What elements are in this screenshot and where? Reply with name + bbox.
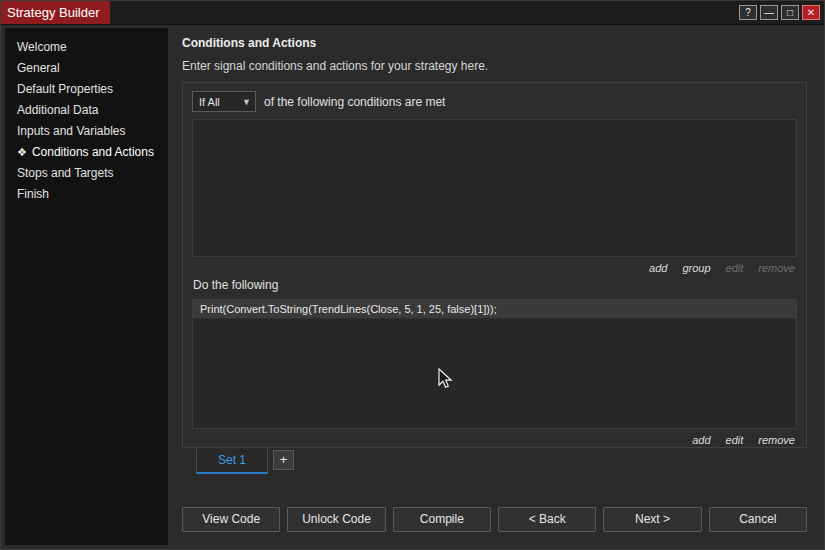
actions-label: Do the following (193, 278, 797, 295)
back-button[interactable]: < Back (498, 507, 596, 532)
conditions-list[interactable] (192, 119, 797, 257)
sidebar-item-default-properties[interactable]: Default Properties (5, 79, 168, 100)
sidebar-item-label: Welcome (17, 40, 67, 54)
tab-set-1[interactable]: Set 1 (196, 449, 268, 474)
sidebar-item-label: Finish (17, 187, 49, 201)
conditions-remove-link: remove (758, 262, 795, 274)
sidebar-item-stops-targets[interactable]: Stops and Targets (5, 163, 168, 184)
compile-button[interactable]: Compile (393, 507, 491, 532)
sidebar-item-inputs-variables[interactable]: Inputs and Variables (5, 121, 168, 142)
window-body: Welcome General Default Properties Addit… (5, 28, 820, 545)
sidebar-item-general[interactable]: General (5, 58, 168, 79)
window-title: Strategy Builder (1, 1, 110, 24)
sidebar-item-label: Inputs and Variables (17, 124, 126, 138)
sidebar-item-welcome[interactable]: Welcome (5, 37, 168, 58)
sidebar: Welcome General Default Properties Addit… (5, 28, 168, 545)
action-row[interactable]: Print(Convert.ToString(TrendLines(Close,… (193, 300, 796, 319)
main-content: Conditions and Actions Enter signal cond… (168, 28, 820, 545)
bottom-button-row: View Code Unlock Code Compile < Back Nex… (182, 507, 807, 532)
actions-add-link[interactable]: add (692, 434, 710, 446)
page-title: Conditions and Actions (182, 36, 807, 50)
maximize-button[interactable]: □ (781, 5, 799, 20)
strategy-builder-window: Strategy Builder ? — □ ✕ Welcome General… (0, 0, 825, 550)
sidebar-item-label: Conditions and Actions (32, 145, 154, 159)
conditions-add-link[interactable]: add (649, 262, 667, 274)
sidebar-item-label: Additional Data (17, 103, 98, 117)
actions-list[interactable]: Print(Convert.ToString(TrendLines(Close,… (192, 299, 797, 429)
condition-mode-dropdown[interactable]: If All ▼ (192, 91, 256, 112)
cancel-button[interactable]: Cancel (709, 507, 807, 532)
minimize-button[interactable]: — (760, 5, 778, 20)
sidebar-item-finish[interactable]: Finish (5, 184, 168, 205)
sidebar-item-label: Stops and Targets (17, 166, 114, 180)
next-button[interactable]: Next > (603, 507, 701, 532)
page-subtitle: Enter signal conditions and actions for … (182, 59, 807, 73)
chevron-down-icon: ▼ (242, 97, 251, 107)
sidebar-item-label: Default Properties (17, 82, 113, 96)
conditions-group-link[interactable]: group (682, 262, 710, 274)
unlock-code-button[interactable]: Unlock Code (287, 507, 385, 532)
sidebar-item-additional-data[interactable]: Additional Data (5, 100, 168, 121)
titlebar: Strategy Builder ? — □ ✕ (1, 1, 824, 25)
view-code-button[interactable]: View Code (182, 507, 280, 532)
conditions-actions-panel: If All ▼ of the following conditions are… (182, 82, 807, 448)
add-set-button[interactable]: + (273, 450, 294, 470)
conditions-edit-link: edit (726, 262, 744, 274)
close-button[interactable]: ✕ (802, 5, 820, 20)
conditions-suffix-text: of the following conditions are met (264, 95, 445, 109)
conditions-header: If All ▼ of the following conditions are… (192, 91, 797, 112)
window-controls: ? — □ ✕ (739, 1, 824, 24)
conditions-links: add group edit remove (192, 259, 797, 277)
current-step-icon: ❖ (17, 146, 27, 158)
actions-links: add edit remove (192, 431, 797, 449)
dropdown-value: If All (199, 96, 220, 108)
actions-remove-link[interactable]: remove (758, 434, 795, 446)
actions-edit-link[interactable]: edit (726, 434, 744, 446)
sidebar-item-label: General (17, 61, 60, 75)
sidebar-item-conditions-actions[interactable]: ❖Conditions and Actions (5, 142, 168, 163)
help-button[interactable]: ? (739, 5, 757, 20)
set-tabstrip: Set 1 + (196, 449, 807, 474)
